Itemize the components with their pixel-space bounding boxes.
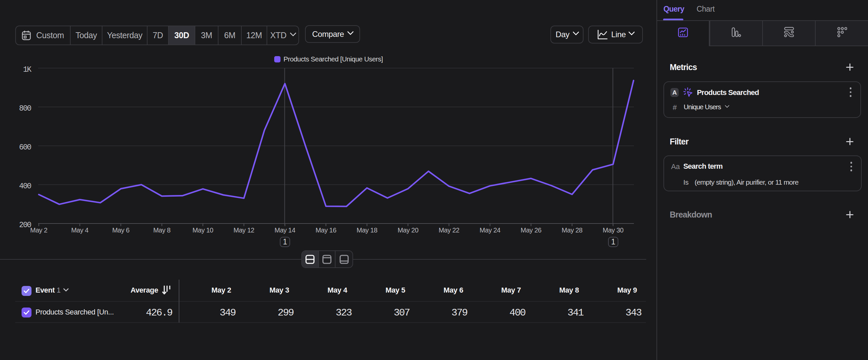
svg-text:May 26: May 26	[521, 226, 541, 234]
svg-text:1K: 1K	[23, 65, 31, 74]
svg-text:May 18: May 18	[357, 226, 378, 234]
svg-text:May 8: May 8	[153, 226, 170, 234]
svg-text:400: 400	[19, 182, 31, 191]
svg-text:May 12: May 12	[234, 226, 254, 234]
svg-text:May 24: May 24	[480, 226, 501, 234]
svg-text:May 20: May 20	[398, 226, 418, 234]
svg-text:May 4: May 4	[71, 226, 89, 234]
svg-text:May 30: May 30	[603, 226, 624, 234]
svg-text:May 6: May 6	[112, 226, 129, 234]
svg-text:800: 800	[19, 104, 31, 113]
svg-text:May 16: May 16	[316, 226, 337, 234]
svg-text:600: 600	[19, 143, 31, 152]
svg-text:May 10: May 10	[193, 226, 214, 234]
svg-text:May 2: May 2	[30, 226, 48, 234]
svg-text:May 22: May 22	[439, 226, 460, 234]
svg-text:May 14: May 14	[275, 226, 296, 234]
svg-text:May 28: May 28	[562, 226, 583, 234]
svg-text:200: 200	[19, 221, 31, 229]
